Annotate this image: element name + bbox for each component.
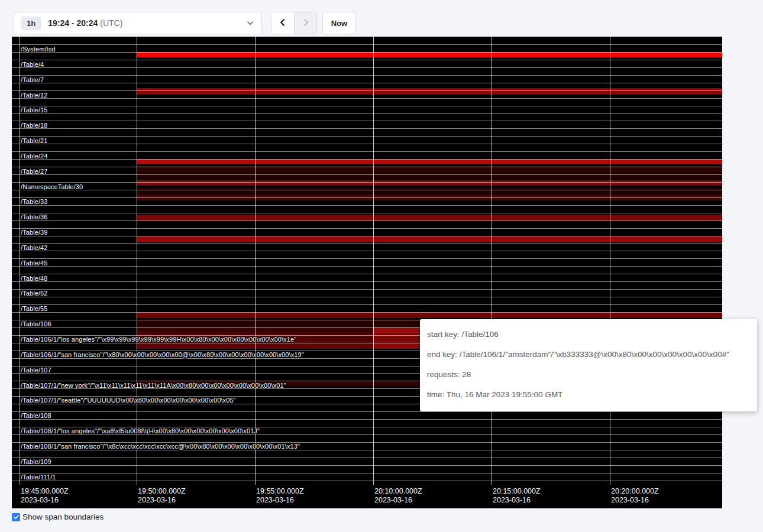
row-key-label: /Table/48 — [21, 275, 48, 283]
row-key-label: /Table/24 — [21, 153, 48, 160]
row-gridline — [12, 266, 722, 267]
row-key-label: /Table/107/1/"new york"/"\x11\x11\x11\x1… — [21, 382, 286, 390]
row-gridline — [12, 274, 722, 274]
row-gridline — [12, 258, 722, 259]
row-gridline — [12, 213, 722, 213]
row-gridline — [12, 83, 722, 83]
row-key-label: /Table/15 — [21, 106, 48, 114]
hover-tooltip: start key: /Table/106 end key: /Table/10… — [420, 319, 757, 411]
row-key-label: /Table/109 — [21, 458, 51, 466]
row-gridline — [12, 75, 722, 76]
x-axis-tick: 20:20:00.000Z2023-03-16 — [611, 487, 659, 505]
row-gridline — [12, 98, 722, 99]
tick-time: 20:20:00.000Z — [611, 487, 659, 496]
row-gridline — [12, 113, 722, 114]
heat-band — [137, 180, 722, 186]
row-key-label: /System/tsd — [21, 46, 56, 53]
tick-date: 2023-03-16 — [611, 496, 659, 505]
range-timezone: (UTC) — [100, 18, 122, 28]
tooltip-end-key: end key: /Table/106/1/"amsterdam"/"\xb33… — [427, 344, 750, 364]
row-gridline — [12, 136, 722, 137]
heat-band — [137, 88, 722, 95]
row-key-label: /Table/42 — [21, 244, 48, 252]
show-span-boundaries-row: Show span boundaries — [12, 512, 104, 521]
tick-date: 2023-03-16 — [256, 496, 304, 505]
row-gridline — [12, 281, 722, 282]
x-axis-tick: 20:15:00.000Z2023-03-16 — [493, 487, 541, 505]
row-gridline — [12, 144, 722, 144]
row-key-label: /Table/106/1/"san francisco"/"\x80\x00\x… — [21, 351, 304, 359]
row-gridline — [12, 167, 722, 167]
row-key-label: /Table/21 — [21, 137, 48, 145]
check-icon — [13, 514, 20, 520]
heat-band — [137, 215, 722, 220]
next-range-button[interactable] — [294, 12, 316, 34]
tooltip-requests: requests: 28 — [427, 364, 750, 384]
tick-time: 19:50:00.000Z — [138, 487, 186, 496]
span-boundary-line — [137, 37, 137, 485]
range-text: 19:24 - 20:24 — [48, 18, 98, 28]
now-button[interactable]: Now — [322, 12, 356, 34]
tick-date: 2023-03-16 — [21, 496, 69, 505]
tick-time: 20:10:00.000Z — [374, 487, 422, 496]
row-key-label: /Table/108/1/"los angeles"/"\xa8\xf5\u00… — [21, 427, 260, 435]
tick-date: 2023-03-16 — [493, 496, 541, 505]
range-duration-chip: 1h — [21, 17, 41, 30]
tooltip-start-key: start key: /Table/106 — [427, 324, 750, 344]
heat-band — [137, 312, 722, 318]
heat-band — [137, 236, 722, 242]
chevron-down-icon — [246, 19, 254, 27]
row-gridline — [12, 159, 722, 160]
show-span-boundaries-checkbox[interactable] — [12, 513, 20, 521]
prev-range-button[interactable] — [271, 12, 294, 34]
tick-date: 2023-03-16 — [374, 496, 422, 505]
row-gridline — [12, 197, 722, 198]
row-gridline — [12, 289, 722, 290]
tick-date: 2023-03-16 — [138, 496, 186, 505]
row-gridline — [12, 419, 722, 420]
row-key-label: /Table/36 — [21, 213, 48, 221]
toolbar: 1h 19:24 - 20:24 (UTC) Now — [0, 0, 763, 37]
span-boundary-line — [610, 37, 610, 485]
x-axis-tick: 19:50:00.000Z2023-03-16 — [138, 487, 186, 505]
row-key-label: /Table/45 — [21, 259, 48, 267]
row-gridline — [12, 251, 722, 251]
row-key-label: /Table/111/1 — [21, 473, 56, 481]
row-gridline — [12, 106, 722, 106]
row-key-label: /Table/33 — [21, 198, 48, 206]
time-nav-group — [271, 12, 317, 34]
tick-time: 19:55:00.000Z — [256, 487, 304, 496]
row-gridline — [12, 228, 722, 229]
row-key-label: /Table/106 — [21, 320, 51, 328]
row-key-label: /Table/12 — [21, 92, 48, 99]
span-boundary-line — [20, 37, 20, 485]
row-gridline — [12, 128, 722, 129]
heat-band — [137, 159, 722, 164]
row-gridline — [12, 236, 722, 236]
tooltip-time: time: Thu, 16 Mar 2023 19:55:00 GMT — [427, 384, 750, 404]
row-gridline — [12, 190, 722, 190]
row-gridline — [12, 465, 722, 466]
key-visualizer-heatmap[interactable]: /System/tsd/Table/4/Table/7/Table/12/Tab… — [12, 37, 722, 508]
tick-time: 19:45:00.000Z — [21, 487, 69, 496]
row-gridline — [12, 90, 722, 91]
row-key-label: /Table/4 — [21, 61, 44, 69]
row-key-label: /Table/52 — [21, 290, 48, 297]
row-key-label: /Table/107 — [21, 366, 51, 374]
row-gridline — [12, 458, 722, 458]
row-gridline — [12, 182, 722, 183]
row-key-label: /Table/107/1/"seattle"/"UUUUUUD\x00\x80\… — [21, 397, 236, 404]
span-boundary-line — [373, 37, 374, 485]
row-key-label: /Table/39 — [21, 229, 48, 236]
time-range-select[interactable]: 1h 19:24 - 20:24 (UTC) — [14, 12, 262, 34]
x-axis-tick: 19:45:00.000Z2023-03-16 — [21, 487, 69, 505]
row-key-label: /Table/106/1/"los angeles"/"\x99\x99\x99… — [21, 336, 296, 343]
row-gridline — [12, 473, 722, 473]
row-gridline — [12, 44, 722, 45]
x-axis-tick: 19:55:00.000Z2023-03-16 — [256, 487, 304, 505]
row-gridline — [12, 67, 722, 68]
row-gridline — [12, 121, 722, 121]
chevron-left-icon — [278, 18, 287, 29]
row-gridline — [12, 297, 722, 297]
row-key-label: /Table/55 — [21, 305, 48, 313]
